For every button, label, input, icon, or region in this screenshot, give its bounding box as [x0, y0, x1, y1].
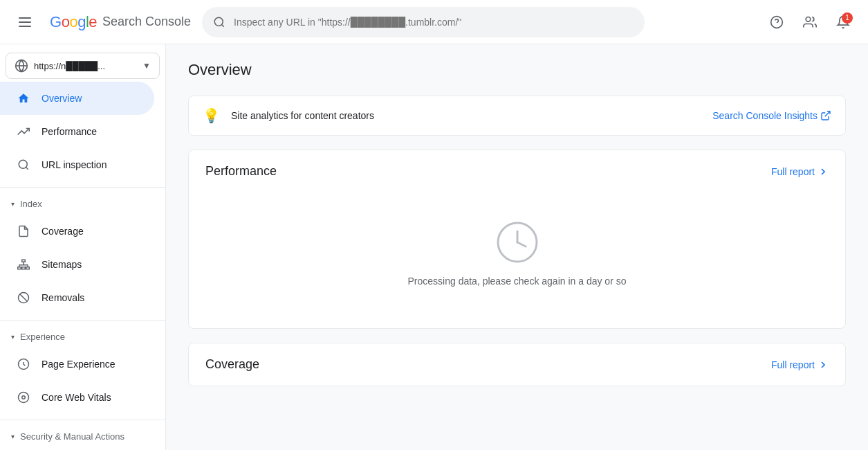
help-button[interactable]: [763, 8, 791, 36]
insights-link-text: Search Console Insights: [712, 110, 818, 121]
svg-line-8: [26, 167, 28, 169]
sitemap-icon: [17, 258, 30, 271]
index-section-label: Index: [20, 199, 42, 209]
sidebar-item-page-experience-label: Page Experience: [41, 359, 116, 370]
external-link-icon: [820, 110, 831, 121]
search-icon: [213, 16, 225, 28]
clock-icon: [495, 220, 539, 264]
people-icon: [803, 15, 817, 29]
notification-badge: 1: [842, 12, 853, 24]
svg-point-0: [214, 17, 223, 26]
sidebar-divider-2: [0, 320, 165, 321]
svg-point-16: [19, 393, 29, 403]
performance-card-body: Processing data, please check again in a…: [189, 190, 845, 328]
svg-line-1: [222, 24, 224, 26]
svg-rect-9: [22, 260, 26, 262]
sidebar-item-manual-actions[interactable]: Manual actions: [0, 447, 154, 450]
sidebar-item-sitemaps-label: Sitemaps: [41, 259, 82, 270]
sidebar-item-coverage-label: Coverage: [41, 226, 84, 237]
url-input[interactable]: [234, 17, 634, 28]
logo: Google Search Console: [50, 13, 191, 31]
property-url: https://n█████...: [34, 61, 137, 71]
notifications-button[interactable]: 1: [829, 8, 857, 36]
removals-icon: [17, 291, 30, 305]
svg-line-22: [825, 111, 830, 116]
insights-text: Site analytics for content creators: [231, 110, 701, 121]
sidebar-item-removals-label: Removals: [41, 292, 84, 303]
url-search-bar[interactable]: [202, 7, 645, 37]
sidebar-item-url-inspection[interactable]: URL inspection: [0, 148, 154, 181]
sidebar-divider-3: [0, 420, 165, 420]
sidebar-item-sitemaps[interactable]: Sitemaps: [0, 248, 154, 281]
experience-section-header[interactable]: ▾ Experience: [0, 326, 165, 348]
processing-text: Processing data, please check again in a…: [408, 276, 627, 287]
chevron-icon: ▾: [11, 333, 15, 341]
sidebar: https://n█████... ▼ Overview Performance: [0, 44, 166, 450]
trending-up-icon: [17, 125, 30, 138]
svg-line-25: [517, 242, 526, 246]
header-actions: 1: [763, 8, 857, 36]
globe-icon: [15, 59, 28, 73]
main-content: Overview 💡 Site analytics for content cr…: [166, 44, 868, 450]
page-experience-icon: [17, 357, 30, 371]
lightbulb-icon: 💡: [203, 107, 220, 124]
sidebar-item-performance-label: Performance: [41, 126, 97, 137]
index-section-header[interactable]: ▾ Index: [0, 193, 165, 215]
sidebar-item-url-inspection-label: URL inspection: [41, 159, 107, 170]
sidebar-divider-1: [0, 187, 165, 188]
coverage-card-title: Coverage: [205, 357, 259, 372]
sidebar-item-page-experience[interactable]: Page Experience: [0, 348, 154, 381]
chevron-icon: ▾: [11, 433, 15, 440]
svg-rect-10: [18, 267, 21, 269]
google-logo: Google: [50, 13, 97, 31]
coverage-card: Coverage Full report: [188, 343, 846, 386]
performance-full-report-link[interactable]: Full report: [771, 166, 829, 177]
insights-banner: 💡 Site analytics for content creators Se…: [188, 96, 846, 136]
chevron-icon: ▾: [11, 200, 15, 208]
coverage-link-text: Full report: [771, 359, 815, 370]
svg-rect-11: [22, 267, 26, 269]
security-section-header[interactable]: ▾ Security & Manual Actions: [0, 426, 165, 447]
performance-card-header: Performance Full report: [189, 150, 845, 190]
page-title: Overview: [188, 61, 846, 79]
performance-link-text: Full report: [771, 166, 815, 177]
people-button[interactable]: [796, 8, 824, 36]
home-icon: [17, 91, 30, 105]
chevron-down-icon: ▼: [142, 61, 151, 71]
sidebar-item-core-web-vitals-label: Core Web Vitals: [41, 392, 111, 403]
sidebar-item-removals[interactable]: Removals: [0, 281, 154, 314]
sidebar-item-coverage[interactable]: Coverage: [0, 215, 154, 248]
help-icon: [770, 15, 784, 29]
sidebar-item-core-web-vitals[interactable]: Core Web Vitals: [0, 381, 154, 414]
coverage-full-report-link[interactable]: Full report: [771, 359, 829, 370]
header: Google Search Console: [0, 0, 868, 44]
performance-card-title: Performance: [205, 164, 277, 179]
coverage-card-header: Coverage Full report: [189, 343, 845, 386]
svg-point-17: [22, 396, 26, 399]
search-icon: [17, 158, 30, 172]
search-console-insights-link[interactable]: Search Console Insights: [712, 110, 831, 121]
menu-button[interactable]: [11, 8, 39, 36]
sidebar-item-overview-label: Overview: [41, 93, 82, 104]
core-web-vitals-icon: [17, 390, 30, 404]
property-selector[interactable]: https://n█████... ▼: [6, 53, 160, 79]
performance-card: Performance Full report Processing data,…: [188, 150, 846, 329]
svg-point-7: [19, 160, 27, 168]
sidebar-item-performance[interactable]: Performance: [0, 115, 154, 148]
svg-rect-12: [26, 267, 30, 269]
product-name: Search Console: [102, 15, 191, 29]
chevron-right-icon: [818, 166, 829, 177]
body-area: https://n█████... ▼ Overview Performance: [0, 44, 868, 450]
experience-section-label: Experience: [20, 332, 65, 342]
sidebar-item-overview[interactable]: Overview: [0, 82, 154, 115]
svg-point-4: [806, 17, 811, 21]
chevron-right-icon: [818, 359, 829, 370]
svg-line-14: [20, 294, 28, 302]
security-section-label: Security & Manual Actions: [20, 431, 124, 442]
coverage-icon: [17, 224, 30, 238]
